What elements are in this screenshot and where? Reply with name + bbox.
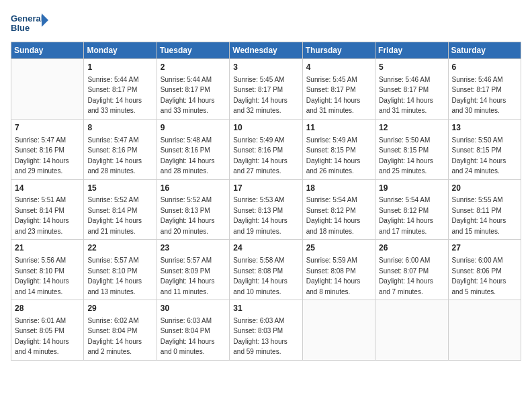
day-info: Sunrise: 5:49 AM Sunset: 8:15 PM Dayligh… [306, 136, 361, 175]
day-info: Sunrise: 5:51 AM Sunset: 8:14 PM Dayligh… [15, 196, 69, 235]
day-info: Sunrise: 5:45 AM Sunset: 8:17 PM Dayligh… [233, 76, 287, 115]
calendar-cell: 28Sunrise: 6:01 AM Sunset: 8:05 PM Dayli… [11, 300, 84, 361]
day-number: 1 [87, 62, 152, 73]
day-number: 17 [233, 183, 298, 194]
calendar-header-row: SundayMondayTuesdayWednesdayThursdayFrid… [11, 42, 521, 59]
day-of-week-header: Thursday [302, 42, 375, 59]
day-number: 7 [15, 122, 80, 134]
page-header: General Blue [11, 11, 521, 36]
calendar-cell: 30Sunrise: 6:03 AM Sunset: 8:04 PM Dayli… [157, 300, 229, 361]
calendar-cell: 13Sunrise: 5:50 AM Sunset: 8:15 PM Dayli… [448, 119, 521, 179]
calendar-cell: 23Sunrise: 5:57 AM Sunset: 8:09 PM Dayli… [157, 240, 229, 300]
calendar-week-row: 14Sunrise: 5:51 AM Sunset: 8:14 PM Dayli… [11, 179, 521, 240]
calendar-cell: 1Sunrise: 5:44 AM Sunset: 8:17 PM Daylig… [84, 59, 157, 120]
day-number: 22 [87, 242, 152, 254]
day-number: 23 [161, 242, 226, 254]
logo: General Blue [11, 11, 51, 36]
day-info: Sunrise: 5:57 AM Sunset: 8:10 PM Dayligh… [87, 257, 142, 295]
day-number: 31 [233, 303, 298, 314]
calendar-cell: 19Sunrise: 5:54 AM Sunset: 8:12 PM Dayli… [375, 179, 448, 240]
calendar-table: SundayMondayTuesdayWednesdayThursdayFrid… [11, 42, 521, 361]
calendar-cell: 12Sunrise: 5:50 AM Sunset: 8:15 PM Dayli… [375, 119, 448, 179]
calendar-week-row: 28Sunrise: 6:01 AM Sunset: 8:05 PM Dayli… [11, 300, 521, 361]
day-number: 27 [452, 242, 517, 254]
day-info: Sunrise: 5:48 AM Sunset: 8:16 PM Dayligh… [161, 136, 215, 175]
day-of-week-header: Friday [375, 42, 448, 59]
day-info: Sunrise: 5:44 AM Sunset: 8:17 PM Dayligh… [161, 76, 215, 115]
calendar-week-row: 1Sunrise: 5:44 AM Sunset: 8:17 PM Daylig… [11, 59, 521, 120]
day-number: 5 [379, 62, 444, 73]
day-info: Sunrise: 6:03 AM Sunset: 8:03 PM Dayligh… [233, 317, 287, 356]
day-number: 25 [306, 242, 371, 254]
day-of-week-header: Sunday [11, 42, 84, 59]
day-number: 28 [15, 303, 80, 314]
day-info: Sunrise: 5:54 AM Sunset: 8:12 PM Dayligh… [306, 196, 361, 235]
calendar-cell: 4Sunrise: 5:45 AM Sunset: 8:17 PM Daylig… [302, 59, 375, 120]
day-of-week-header: Tuesday [157, 42, 229, 59]
calendar-cell: 25Sunrise: 5:59 AM Sunset: 8:08 PM Dayli… [302, 240, 375, 300]
calendar-cell: 27Sunrise: 6:00 AM Sunset: 8:06 PM Dayli… [448, 240, 521, 300]
day-info: Sunrise: 5:49 AM Sunset: 8:16 PM Dayligh… [233, 136, 287, 175]
day-number: 18 [306, 183, 371, 194]
day-info: Sunrise: 5:47 AM Sunset: 8:16 PM Dayligh… [87, 136, 142, 175]
calendar-cell [302, 300, 375, 361]
calendar-cell: 5Sunrise: 5:46 AM Sunset: 8:17 PM Daylig… [375, 59, 448, 120]
day-info: Sunrise: 5:58 AM Sunset: 8:08 PM Dayligh… [233, 257, 287, 295]
day-of-week-header: Saturday [448, 42, 521, 59]
calendar-week-row: 7Sunrise: 5:47 AM Sunset: 8:16 PM Daylig… [11, 119, 521, 179]
calendar-cell: 9Sunrise: 5:48 AM Sunset: 8:16 PM Daylig… [157, 119, 229, 179]
calendar-cell: 10Sunrise: 5:49 AM Sunset: 8:16 PM Dayli… [230, 119, 302, 179]
day-number: 6 [452, 62, 517, 73]
calendar-cell [11, 59, 84, 120]
calendar-cell: 6Sunrise: 5:46 AM Sunset: 8:17 PM Daylig… [448, 59, 521, 120]
day-info: Sunrise: 5:52 AM Sunset: 8:13 PM Dayligh… [161, 196, 215, 235]
calendar-cell: 26Sunrise: 6:00 AM Sunset: 8:07 PM Dayli… [375, 240, 448, 300]
day-info: Sunrise: 5:57 AM Sunset: 8:09 PM Dayligh… [161, 257, 215, 295]
day-number: 16 [161, 183, 226, 194]
day-info: Sunrise: 6:03 AM Sunset: 8:04 PM Dayligh… [161, 317, 215, 356]
day-info: Sunrise: 6:02 AM Sunset: 8:04 PM Dayligh… [87, 317, 142, 356]
day-number: 19 [379, 183, 444, 194]
day-of-week-header: Monday [84, 42, 157, 59]
day-of-week-header: Wednesday [230, 42, 302, 59]
day-info: Sunrise: 5:53 AM Sunset: 8:13 PM Dayligh… [233, 196, 287, 235]
calendar-cell: 21Sunrise: 5:56 AM Sunset: 8:10 PM Dayli… [11, 240, 84, 300]
calendar-cell: 8Sunrise: 5:47 AM Sunset: 8:16 PM Daylig… [84, 119, 157, 179]
day-number: 8 [87, 122, 152, 134]
day-info: Sunrise: 5:54 AM Sunset: 8:12 PM Dayligh… [379, 196, 433, 235]
day-number: 3 [233, 62, 298, 73]
calendar-cell: 15Sunrise: 5:52 AM Sunset: 8:14 PM Dayli… [84, 179, 157, 240]
calendar-cell: 14Sunrise: 5:51 AM Sunset: 8:14 PM Dayli… [11, 179, 84, 240]
calendar-cell: 2Sunrise: 5:44 AM Sunset: 8:17 PM Daylig… [157, 59, 229, 120]
day-number: 12 [379, 122, 444, 134]
day-number: 21 [15, 242, 80, 254]
day-number: 20 [452, 183, 517, 194]
day-info: Sunrise: 6:00 AM Sunset: 8:06 PM Dayligh… [452, 257, 506, 295]
day-info: Sunrise: 5:55 AM Sunset: 8:11 PM Dayligh… [452, 196, 506, 235]
day-number: 15 [87, 183, 152, 194]
day-number: 2 [161, 62, 226, 73]
day-info: Sunrise: 6:00 AM Sunset: 8:07 PM Dayligh… [379, 257, 433, 295]
calendar-cell: 3Sunrise: 5:45 AM Sunset: 8:17 PM Daylig… [230, 59, 302, 120]
svg-marker-2 [42, 13, 48, 27]
day-info: Sunrise: 5:44 AM Sunset: 8:17 PM Dayligh… [87, 76, 142, 115]
calendar-cell: 16Sunrise: 5:52 AM Sunset: 8:13 PM Dayli… [157, 179, 229, 240]
calendar-cell: 31Sunrise: 6:03 AM Sunset: 8:03 PM Dayli… [230, 300, 302, 361]
svg-text:Blue: Blue [11, 23, 30, 33]
calendar-cell: 20Sunrise: 5:55 AM Sunset: 8:11 PM Dayli… [448, 179, 521, 240]
calendar-cell: 11Sunrise: 5:49 AM Sunset: 8:15 PM Dayli… [302, 119, 375, 179]
calendar-cell: 7Sunrise: 5:47 AM Sunset: 8:16 PM Daylig… [11, 119, 84, 179]
day-number: 11 [306, 122, 371, 134]
day-info: Sunrise: 5:47 AM Sunset: 8:16 PM Dayligh… [15, 136, 69, 175]
day-info: Sunrise: 5:50 AM Sunset: 8:15 PM Dayligh… [379, 136, 433, 175]
day-number: 30 [161, 303, 226, 314]
day-info: Sunrise: 5:46 AM Sunset: 8:17 PM Dayligh… [452, 76, 506, 115]
day-info: Sunrise: 6:01 AM Sunset: 8:05 PM Dayligh… [15, 317, 69, 356]
calendar-cell: 17Sunrise: 5:53 AM Sunset: 8:13 PM Dayli… [230, 179, 302, 240]
day-number: 29 [87, 303, 152, 314]
day-number: 9 [161, 122, 226, 134]
day-info: Sunrise: 5:56 AM Sunset: 8:10 PM Dayligh… [15, 257, 69, 295]
calendar-cell [375, 300, 448, 361]
calendar-cell [448, 300, 521, 361]
day-info: Sunrise: 5:52 AM Sunset: 8:14 PM Dayligh… [87, 196, 142, 235]
